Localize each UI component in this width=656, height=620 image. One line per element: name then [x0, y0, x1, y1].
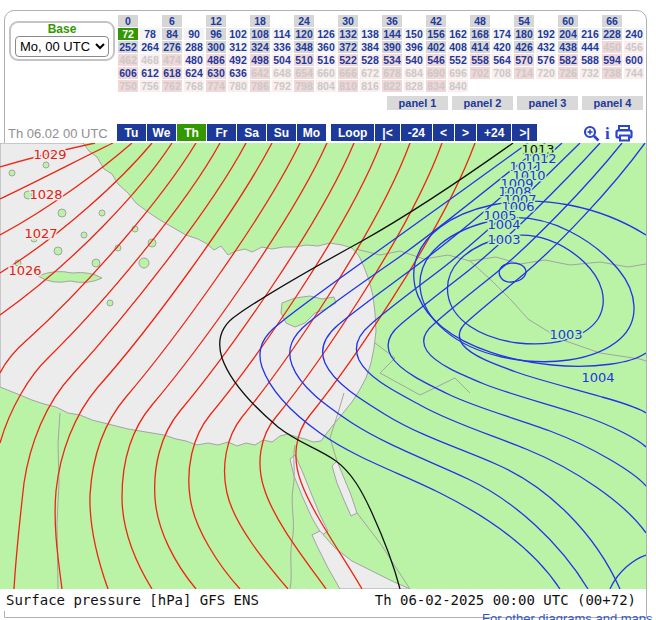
- hour-cell-534[interactable]: 534: [382, 54, 402, 66]
- hour-cell-360[interactable]: 360: [316, 41, 336, 53]
- hour-cell-624[interactable]: 624: [184, 67, 204, 79]
- loop-button[interactable]: Loop: [331, 124, 375, 141]
- plus-24h-button[interactable]: +24: [477, 124, 512, 141]
- hour-cell-576[interactable]: 576: [536, 54, 556, 66]
- hour-cell-144[interactable]: 144: [382, 28, 402, 40]
- hour-cell-600[interactable]: 600: [624, 54, 644, 66]
- footer-link[interactable]: For other diagrams and maps: [482, 611, 653, 620]
- day-tab-tu[interactable]: Tu: [117, 124, 147, 141]
- hour-cell-24[interactable]: 24: [294, 15, 314, 27]
- hour-cell-252[interactable]: 252: [118, 41, 138, 53]
- hour-cell-30[interactable]: 30: [338, 15, 358, 27]
- hour-cell-528[interactable]: 528: [360, 54, 380, 66]
- hour-cell-630[interactable]: 630: [206, 67, 226, 79]
- hour-cell-426[interactable]: 426: [514, 41, 534, 53]
- hour-cell-84[interactable]: 84: [162, 28, 182, 40]
- hour-cell-588[interactable]: 588: [580, 54, 600, 66]
- day-tab-fr[interactable]: Fr: [207, 124, 237, 141]
- panel-button-2[interactable]: panel 2: [452, 96, 513, 110]
- hour-cell-594[interactable]: 594: [602, 54, 622, 66]
- panel-button-1[interactable]: panel 1: [387, 96, 448, 110]
- day-tab-su[interactable]: Su: [267, 124, 297, 141]
- hour-cell-6[interactable]: 6: [162, 15, 182, 27]
- day-tab-we[interactable]: We: [147, 124, 177, 141]
- hour-cell-288[interactable]: 288: [184, 41, 204, 53]
- prev-step-button[interactable]: <: [433, 124, 455, 141]
- hour-cell-582[interactable]: 582: [558, 54, 578, 66]
- hour-cell-570[interactable]: 570: [514, 54, 534, 66]
- hour-cell-432[interactable]: 432: [536, 41, 556, 53]
- hour-cell-192[interactable]: 192: [536, 28, 556, 40]
- hour-cell-240[interactable]: 240: [624, 28, 644, 40]
- hour-cell-264[interactable]: 264: [140, 41, 160, 53]
- hour-cell-276[interactable]: 276: [162, 41, 182, 53]
- hour-cell-120[interactable]: 120: [294, 28, 314, 40]
- pressure-map[interactable]: 1029102810271026101310121011101010091008…: [0, 143, 646, 589]
- hour-cell-72[interactable]: 72: [118, 28, 138, 40]
- base-run-select[interactable]: Mo, 00 UTC: [15, 36, 109, 57]
- hour-cell-90[interactable]: 90: [184, 28, 204, 40]
- day-tab-mo[interactable]: Mo: [297, 124, 327, 141]
- hour-cell-606[interactable]: 606: [118, 67, 138, 79]
- hour-cell-78[interactable]: 78: [140, 28, 160, 40]
- hour-cell-42[interactable]: 42: [426, 15, 446, 27]
- zoom-in-icon[interactable]: [583, 125, 600, 142]
- hour-cell-618[interactable]: 618: [162, 67, 182, 79]
- info-icon[interactable]: i: [605, 126, 610, 142]
- hour-cell-420[interactable]: 420: [492, 41, 512, 53]
- hour-cell-558[interactable]: 558: [470, 54, 490, 66]
- hour-cell-438[interactable]: 438: [558, 41, 578, 53]
- hour-cell-522[interactable]: 522: [338, 54, 358, 66]
- hour-cell-540[interactable]: 540: [404, 54, 424, 66]
- hour-cell-492[interactable]: 492: [228, 54, 248, 66]
- hour-cell-396[interactable]: 396: [404, 41, 424, 53]
- hour-cell-612[interactable]: 612: [140, 67, 160, 79]
- hour-cell-324[interactable]: 324: [250, 41, 270, 53]
- last-step-button[interactable]: >|: [512, 124, 537, 141]
- hour-cell-636[interactable]: 636: [228, 67, 248, 79]
- hour-cell-480[interactable]: 480: [184, 54, 204, 66]
- hour-cell-114[interactable]: 114: [272, 28, 292, 40]
- hour-cell-486[interactable]: 486: [206, 54, 226, 66]
- hour-cell-300[interactable]: 300: [206, 41, 226, 53]
- hour-cell-444[interactable]: 444: [580, 41, 600, 53]
- hour-cell-552[interactable]: 552: [448, 54, 468, 66]
- hour-cell-108[interactable]: 108: [250, 28, 270, 40]
- day-tab-th[interactable]: Th: [177, 124, 207, 141]
- hour-cell-348[interactable]: 348: [294, 41, 314, 53]
- hour-cell-504[interactable]: 504: [272, 54, 292, 66]
- panel-button-3[interactable]: panel 3: [517, 96, 578, 110]
- hour-cell-402[interactable]: 402: [426, 41, 446, 53]
- hour-cell-372[interactable]: 372: [338, 41, 358, 53]
- hour-cell-510[interactable]: 510: [294, 54, 314, 66]
- hour-cell-168[interactable]: 168: [470, 28, 490, 40]
- hour-cell-36[interactable]: 36: [382, 15, 402, 27]
- hour-cell-132[interactable]: 132: [338, 28, 358, 40]
- hour-cell-0[interactable]: 0: [118, 15, 138, 27]
- hour-cell-216[interactable]: 216: [580, 28, 600, 40]
- hour-cell-384[interactable]: 384: [360, 41, 380, 53]
- minus-24h-button[interactable]: -24: [401, 124, 433, 141]
- hour-cell-336[interactable]: 336: [272, 41, 292, 53]
- hour-cell-516[interactable]: 516: [316, 54, 336, 66]
- hour-cell-18[interactable]: 18: [250, 15, 270, 27]
- hour-cell-414[interactable]: 414: [470, 41, 490, 53]
- hour-cell-150[interactable]: 150: [404, 28, 424, 40]
- hour-cell-96[interactable]: 96: [206, 28, 226, 40]
- hour-cell-54[interactable]: 54: [514, 15, 534, 27]
- hour-cell-228[interactable]: 228: [602, 28, 622, 40]
- hour-cell-162[interactable]: 162: [448, 28, 468, 40]
- hour-cell-12[interactable]: 12: [206, 15, 226, 27]
- hour-cell-564[interactable]: 564: [492, 54, 512, 66]
- hour-cell-498[interactable]: 498: [250, 54, 270, 66]
- print-icon[interactable]: [615, 125, 635, 142]
- first-step-button[interactable]: |<: [375, 124, 400, 141]
- hour-cell-204[interactable]: 204: [558, 28, 578, 40]
- hour-cell-312[interactable]: 312: [228, 41, 248, 53]
- hour-cell-138[interactable]: 138: [360, 28, 380, 40]
- hour-cell-408[interactable]: 408: [448, 41, 468, 53]
- hour-cell-390[interactable]: 390: [382, 41, 402, 53]
- hour-cell-180[interactable]: 180: [514, 28, 534, 40]
- hour-cell-66[interactable]: 66: [602, 15, 622, 27]
- next-step-button[interactable]: >: [455, 124, 477, 141]
